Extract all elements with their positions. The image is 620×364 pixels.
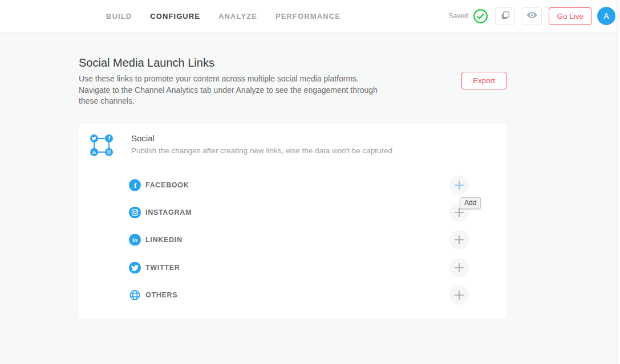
add-linkedin-link-button[interactable]: + <box>449 230 469 250</box>
top-header: BUILD CONFIGURE ANALYZE PERFORMANCE Save… <box>0 0 620 32</box>
nav-tab-performance[interactable]: PERFORMANCE <box>275 12 341 21</box>
add-tooltip: Add <box>460 197 481 209</box>
social-links-card: f in Social Publish the changes after cr… <box>79 124 506 319</box>
globe-icon <box>129 289 141 301</box>
card-title: Social <box>131 133 155 143</box>
check-circle-icon <box>473 9 488 24</box>
platform-row-instagram: INSTAGRAM + <box>79 199 506 226</box>
app-window: BUILD CONFIGURE ANALYZE PERFORMANCE Save… <box>0 0 620 364</box>
plus-icon: + <box>453 232 465 247</box>
add-facebook-link-button[interactable]: + <box>449 175 469 195</box>
platform-row-others: OTHERS + <box>79 281 506 309</box>
platform-row-twitter: TWITTER + <box>79 254 506 281</box>
svg-text:in: in <box>92 150 96 154</box>
social-network-cluster-icon: f in <box>88 133 115 159</box>
go-live-button[interactable]: Go Live <box>549 7 591 25</box>
platform-label: TWITTER <box>145 264 180 272</box>
platform-row-linkedin: in LINKEDIN + <box>79 226 506 253</box>
plus-icon: + <box>453 260 465 275</box>
plus-icon: + <box>453 288 465 302</box>
nav-tab-configure[interactable]: CONFIGURE <box>150 12 200 21</box>
page-title: Social Media Launch Links <box>79 56 214 69</box>
header-actions: Saved <box>448 0 615 32</box>
platform-label: OTHERS <box>145 291 177 299</box>
facebook-icon: f <box>129 179 141 191</box>
svg-text:in: in <box>132 237 137 243</box>
twitter-icon <box>129 262 141 274</box>
layers-icon <box>500 10 511 23</box>
add-twitter-link-button[interactable]: + <box>449 258 469 277</box>
avatar[interactable]: A <box>597 7 615 25</box>
platform-label: FACEBOOK <box>145 181 189 189</box>
platform-label: INSTAGRAM <box>145 208 192 216</box>
eye-icon <box>526 9 538 23</box>
linkedin-icon: in <box>129 234 141 246</box>
nav-tab-analyze[interactable]: ANALYZE <box>218 12 257 21</box>
nav-tab-build[interactable]: BUILD <box>106 12 132 21</box>
export-button[interactable]: Export <box>461 72 506 89</box>
layers-button[interactable] <box>495 7 515 25</box>
vertical-scrollbar[interactable] <box>617 0 620 364</box>
add-others-link-button[interactable]: + <box>449 285 469 305</box>
card-subtitle: Publish the changes after creating new l… <box>131 146 392 155</box>
page-description: Use these links to promote your content … <box>79 73 390 107</box>
instagram-icon <box>129 207 141 219</box>
main-nav: BUILD CONFIGURE ANALYZE PERFORMANCE <box>106 0 341 32</box>
platform-row-facebook: f FACEBOOK + <box>79 171 506 199</box>
saved-status-label: Saved <box>448 12 468 20</box>
platform-label: LINKEDIN <box>145 236 183 244</box>
preview-button[interactable] <box>522 7 542 25</box>
plus-icon: + <box>453 178 465 192</box>
